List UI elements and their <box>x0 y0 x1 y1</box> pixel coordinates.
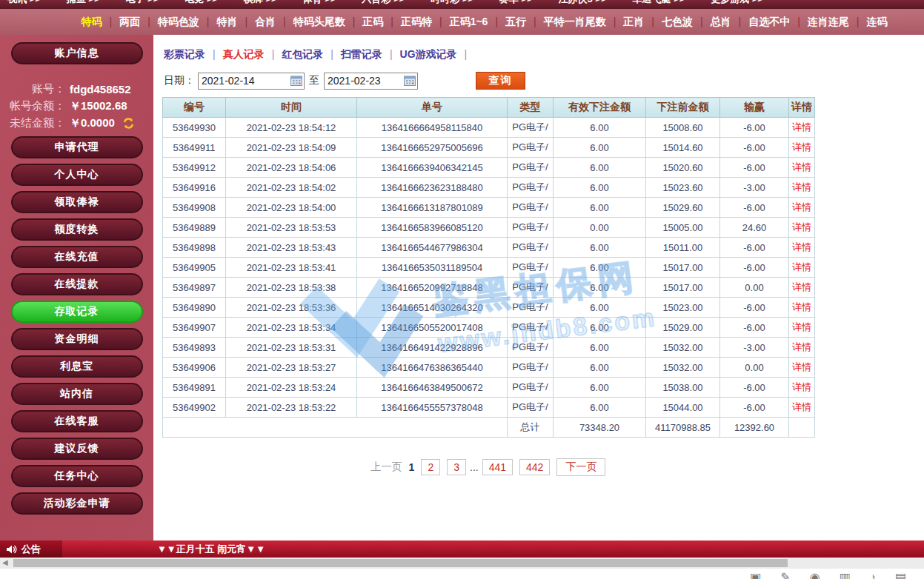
calendar-icon[interactable] <box>290 76 302 86</box>
footer-icon[interactable]: ▥ <box>840 571 851 579</box>
game-nav-item[interactable]: 特码色波 <box>158 16 217 29</box>
game-nav-item[interactable]: 特肖 <box>216 16 255 29</box>
sidebar-item[interactable]: 个人中心 <box>11 164 143 186</box>
detail-link[interactable]: 详情 <box>792 141 811 153</box>
cell-order: 1364166463849500672 <box>357 378 508 398</box>
record-tab[interactable]: 扫雷记录 <box>341 48 400 61</box>
game-nav-item[interactable]: 连肖连尾 <box>808 16 867 29</box>
date-to-box <box>324 73 418 90</box>
top-nav-item[interactable]: 赛车 >> <box>499 0 533 8</box>
record-tab[interactable]: 红包记录 <box>282 48 341 61</box>
cell-time: 2021-02-23 18:53:27 <box>226 358 357 378</box>
top-nav-item[interactable]: 体育 >> <box>303 0 336 8</box>
detail-link[interactable]: 详情 <box>792 361 811 372</box>
balance-value: ￥15002.68 <box>70 99 127 113</box>
top-nav-item[interactable]: 更多游戏 >> <box>711 0 763 8</box>
page-link[interactable]: 2 <box>421 459 440 475</box>
horizontal-scrollbar: ◀ <box>0 558 924 569</box>
date-to-input[interactable] <box>325 75 404 87</box>
scroll-left-arrow-icon[interactable]: ◀ <box>2 558 8 566</box>
detail-link[interactable]: 详情 <box>792 221 811 232</box>
game-nav-item[interactable]: 自选不中 <box>748 16 808 29</box>
detail-link[interactable]: 详情 <box>792 261 811 272</box>
top-nav-item[interactable]: 视讯 >> <box>7 0 41 8</box>
detail-link[interactable]: 详情 <box>792 121 811 133</box>
record-tab[interactable]: 彩票记录 <box>164 48 223 61</box>
cell-order: 1364166664958115840 <box>357 118 508 138</box>
sidebar-item[interactable]: 任务中心 <box>11 465 143 487</box>
game-nav-item[interactable]: 合肖 <box>255 16 293 29</box>
detail-link[interactable]: 详情 <box>792 281 811 292</box>
page-link[interactable]: ... <box>470 461 479 473</box>
footer-icon[interactable]: ◉ <box>810 571 820 579</box>
sidebar-item[interactable]: 申请代理 <box>11 136 143 158</box>
sidebar-item[interactable]: 在线充值 <box>11 246 143 268</box>
col-balance-before: 下注前金额 <box>646 98 720 118</box>
sidebar-item[interactable]: 存取记录 <box>11 301 143 323</box>
top-nav-item[interactable]: 电竞 >> <box>185 0 218 8</box>
page-link[interactable]: 442 <box>519 459 550 475</box>
game-nav-item[interactable]: 特码头尾数 <box>293 16 363 29</box>
game-nav-item[interactable]: 两面 <box>119 16 158 29</box>
scrollbar-thumb[interactable] <box>13 559 788 567</box>
detail-link[interactable]: 详情 <box>792 181 811 193</box>
search-button[interactable]: 查询 <box>476 72 525 90</box>
top-nav-item[interactable]: 棋牌 >> <box>244 0 277 8</box>
game-nav-item[interactable]: 五行 <box>505 16 544 29</box>
sidebar-item[interactable]: 在线提款 <box>11 273 143 295</box>
top-nav-item[interactable]: 时时彩 >> <box>431 0 473 8</box>
calendar-icon[interactable] <box>404 76 416 86</box>
detail-link[interactable]: 详情 <box>792 241 811 252</box>
footer-icon[interactable]: ▣ <box>750 571 761 579</box>
sidebar-item[interactable]: 站内信 <box>11 383 143 405</box>
refresh-icon[interactable] <box>122 117 135 130</box>
game-nav-item[interactable]: 正肖 <box>623 16 662 29</box>
sidebar-item[interactable]: 资金明细 <box>11 328 143 350</box>
game-nav-item[interactable]: 总肖 <box>711 16 749 29</box>
records-table: 编号 时间 单号 类型 有效下注金额 下注前金额 输赢 详情 53649930 … <box>162 97 815 438</box>
detail-link[interactable]: 详情 <box>792 341 811 352</box>
sidebar-item[interactable]: 利息宝 <box>11 355 143 378</box>
game-nav-item[interactable]: 七色波 <box>662 16 711 29</box>
detail-link[interactable]: 详情 <box>792 321 811 332</box>
cell-winloss: -6.00 <box>720 318 789 338</box>
cell-winloss: 0.00 <box>720 278 789 298</box>
game-nav-item[interactable]: 正码1~6 <box>450 16 505 29</box>
announcement-bar: 公告 ▼▼正月十五 闹元宵▼▼ <box>0 540 924 558</box>
table-row: 53649908 2021-02-23 18:54:00 13641666131… <box>163 198 815 218</box>
top-nav-item[interactable]: 幸运飞艇 >> <box>632 0 685 8</box>
game-nav-item[interactable]: 正码特 <box>401 16 450 29</box>
sidebar-item[interactable]: 在线客服 <box>11 410 143 432</box>
detail-link[interactable]: 详情 <box>792 201 811 212</box>
detail-link[interactable]: 详情 <box>792 381 811 392</box>
record-tab[interactable]: 真人记录 <box>223 48 282 61</box>
footer-icon[interactable]: ♪ <box>870 571 876 579</box>
page-link[interactable]: 下一页 <box>556 458 605 476</box>
game-nav-item[interactable]: 特码 <box>82 16 120 29</box>
detail-link[interactable]: 详情 <box>792 401 811 412</box>
page-link[interactable]: 3 <box>447 459 466 475</box>
top-nav-item[interactable]: 六合彩 >> <box>362 0 405 8</box>
detail-link[interactable]: 详情 <box>792 301 811 312</box>
date-from-input[interactable] <box>199 75 290 87</box>
speaker-icon <box>6 544 17 555</box>
sidebar-item[interactable]: 建议反馈 <box>11 438 143 460</box>
cell-valid-bet: 0.00 <box>554 218 646 238</box>
page-link[interactable]: 1 <box>409 461 415 473</box>
top-nav-item[interactable]: 电子 >> <box>125 0 159 8</box>
sidebar-item[interactable]: 活动彩金申请 <box>11 492 143 515</box>
footer-icon[interactable]: ✎ <box>780 571 790 579</box>
detail-link[interactable]: 详情 <box>792 161 811 173</box>
page-link[interactable]: 上一页 <box>371 461 402 474</box>
game-nav-item[interactable]: 正码 <box>362 16 401 29</box>
top-nav-item[interactable]: 江苏快3 >> <box>558 0 606 8</box>
footer-icon[interactable]: ▤ <box>895 571 906 579</box>
sidebar-item[interactable]: 额度转换 <box>11 218 143 241</box>
sidebar-item[interactable]: 领取俸禄 <box>11 191 143 213</box>
cell-id: 53649897 <box>163 278 226 298</box>
top-nav-item[interactable]: 捕鱼 >> <box>67 0 100 8</box>
game-nav-item[interactable]: 平特一肖尾数 <box>544 16 624 29</box>
page-link[interactable]: 441 <box>482 459 513 475</box>
record-tab[interactable]: UG游戏记录 <box>400 48 475 61</box>
game-nav-item[interactable]: 连码 <box>867 16 888 29</box>
